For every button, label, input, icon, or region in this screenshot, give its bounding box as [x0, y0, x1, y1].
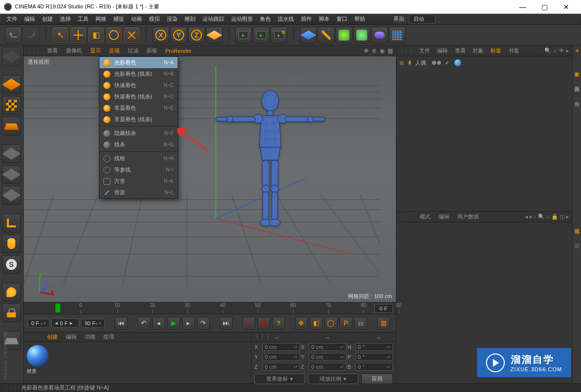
generator-button[interactable]	[336, 27, 352, 44]
dd-skeleton[interactable]: 骨架N~L	[99, 187, 178, 198]
menu-window[interactable]: 窗口	[333, 15, 351, 23]
mat-tab-func[interactable]: 功能	[81, 333, 99, 341]
dd-gouraud-lines[interactable]: 光影着色 (线条)N~B	[99, 68, 178, 80]
vp-menu-prorender[interactable]: ProRender	[161, 48, 195, 54]
panel-grip-icon[interactable]: ⋮⋮⋮	[27, 334, 40, 340]
attr-tab-mode[interactable]: 模式	[416, 213, 435, 220]
camera-button[interactable]	[389, 27, 406, 44]
coord-size-field[interactable]: 0 cm▴▾	[309, 353, 346, 361]
goto-start-button[interactable]: ⏮	[115, 317, 128, 330]
step-back-button[interactable]: ◂	[152, 317, 165, 330]
menu-file[interactable]: 文件	[3, 15, 21, 23]
vp-menu-panel[interactable]: 面板	[143, 47, 161, 54]
dd-quick-lines[interactable]: 快速着色 (线条)N~D	[99, 91, 178, 102]
attr-new-icon[interactable]: ◫	[560, 214, 565, 220]
perspective-viewport[interactable]: 透视视图 光影着色N~A 光影着色 (线条)N~B 快速着色N~C 快速着色 (…	[24, 56, 396, 302]
attr-nav-fwd-icon[interactable]: ▸	[530, 214, 533, 220]
key-rot-button[interactable]: ◯	[325, 317, 338, 330]
vp-nav-layout-icon[interactable]: ▦	[387, 47, 393, 54]
rotate-tool[interactable]	[105, 27, 122, 44]
layout-dropdown[interactable]: 启动	[409, 14, 436, 24]
spline-button[interactable]	[318, 27, 335, 44]
render-view-button[interactable]	[235, 27, 252, 44]
key-param-button[interactable]: P	[339, 317, 352, 330]
attr-home-icon[interactable]: ⌂	[546, 214, 550, 220]
close-button[interactable]: ✕	[555, 0, 577, 14]
goto-end-button[interactable]: ⏭	[220, 317, 233, 330]
texture-mode-button[interactable]	[2, 96, 21, 115]
step-back-key-button[interactable]: ↶	[138, 317, 150, 330]
dd-constant-lines[interactable]: 常显着色 (线条)	[99, 114, 178, 125]
menu-script[interactable]: 脚本	[315, 15, 333, 23]
attr-expand-icon[interactable]: ▸	[566, 214, 569, 220]
obj-tab-bookmarks[interactable]: 书签	[505, 47, 523, 54]
dd-hidden-line[interactable]: 隐藏线条N~F	[99, 128, 178, 139]
render-settings-button[interactable]: ⚙	[271, 27, 288, 44]
redo-button[interactable]	[23, 27, 40, 44]
coord-apply-button[interactable]: 应用	[361, 374, 393, 384]
coord-size-field[interactable]: 0 cm▴▾	[309, 343, 346, 351]
timeline-end-field[interactable]: 0 F	[374, 304, 393, 313]
make-editable-button[interactable]	[2, 47, 21, 66]
coord-size-field[interactable]: 0 cm▴▾	[309, 363, 346, 371]
menu-animate[interactable]: 动画	[128, 15, 145, 23]
soft-select-button[interactable]	[2, 283, 21, 302]
dd-gouraud[interactable]: 光影着色N~A	[99, 57, 178, 68]
attr-lock-icon[interactable]: 🔒	[551, 214, 558, 220]
vp-menu-filter[interactable]: 过滤	[124, 47, 143, 54]
key-scale-button[interactable]: ◧	[310, 317, 323, 330]
menu-mograph[interactable]: 运动图形	[228, 15, 256, 23]
material-preview[interactable]	[27, 345, 48, 367]
scale-tool[interactable]: ◧	[88, 27, 104, 44]
vp-menu-view[interactable]: 查看	[43, 47, 62, 54]
menu-create[interactable]: 创建	[39, 15, 56, 23]
autokey-button[interactable]: ◉	[257, 317, 270, 330]
minimize-button[interactable]: —	[512, 0, 533, 14]
dd-box[interactable]: 方形N~K	[99, 175, 178, 187]
move-tool[interactable]	[70, 27, 87, 44]
panel-grip-icon[interactable]: ⋮⋮⋮	[27, 47, 40, 54]
keyframe-sel-button[interactable]: ?	[272, 317, 285, 330]
vp-menu-options[interactable]: 选项	[105, 47, 124, 54]
obj-tab-objects[interactable]: 对象	[469, 47, 487, 54]
expand-icon[interactable]: ⊞	[399, 60, 404, 66]
coord-system-button[interactable]	[206, 27, 223, 44]
vp-menu-camera[interactable]: 摄像机	[62, 47, 86, 54]
timeline-window-button[interactable]: ▥	[377, 317, 390, 330]
primitive-button[interactable]	[300, 27, 317, 44]
start-frame-field[interactable]: 0 F▲▼	[28, 319, 49, 328]
object-row-figure[interactable]: ⊞ 🧍 人偶 ✔	[399, 58, 569, 67]
obj-tab-tags[interactable]: 标签	[487, 47, 505, 54]
dd-lines[interactable]: 线条N~G	[99, 139, 178, 150]
obj-tab-edit[interactable]: 编辑	[434, 47, 451, 54]
vp-nav-zoom-icon[interactable]: ⊕	[372, 47, 377, 54]
dd-wireframe[interactable]: 线框N~H	[99, 153, 178, 164]
panel-grip-icon[interactable]: ⋮⋮⋮	[399, 214, 413, 220]
vp-nav-orbit-icon[interactable]: ◉	[380, 47, 385, 54]
mat-tab-edit[interactable]: 编辑	[62, 333, 81, 341]
play-button[interactable]: ▶	[167, 317, 180, 330]
coord-pos-field[interactable]: 0 cm▴▾	[262, 363, 300, 371]
model-mode-button[interactable]	[2, 75, 21, 94]
panel-grip-icon[interactable]: ⋮⋮⋮	[399, 47, 413, 54]
undo-button[interactable]	[5, 27, 22, 44]
menu-tools[interactable]: 工具	[74, 15, 92, 23]
attr-tab-edit[interactable]: 编辑	[435, 213, 453, 220]
current-frame-field[interactable]: ◂0 F▸	[51, 318, 79, 328]
obj-eye-icon[interactable]: 👁	[559, 47, 564, 54]
vp-menu-display[interactable]: 显示	[86, 47, 105, 54]
attr-tab-userdata[interactable]: 用户数据	[453, 213, 483, 220]
visibility-toggle[interactable]: ✔	[445, 60, 449, 66]
poly-mode-button[interactable]	[2, 186, 21, 205]
menu-edit[interactable]: 编辑	[21, 15, 39, 23]
step-fwd-key-button[interactable]: ↷	[197, 317, 210, 330]
select-tool[interactable]: ↖	[52, 27, 69, 44]
obj-search-icon[interactable]: 🔍	[544, 47, 551, 54]
obj-expand-icon[interactable]: ▸	[566, 47, 569, 54]
menu-plugins[interactable]: 插件	[297, 15, 315, 23]
timeline-ruler[interactable]: 0102030405060708090 0 F	[24, 302, 396, 314]
mannequin-object[interactable]	[216, 89, 325, 233]
coord-pos-field[interactable]: 0 cm▴▾	[262, 343, 300, 351]
menu-render[interactable]: 渲染	[163, 15, 181, 23]
edge-mode-button[interactable]	[2, 165, 21, 184]
